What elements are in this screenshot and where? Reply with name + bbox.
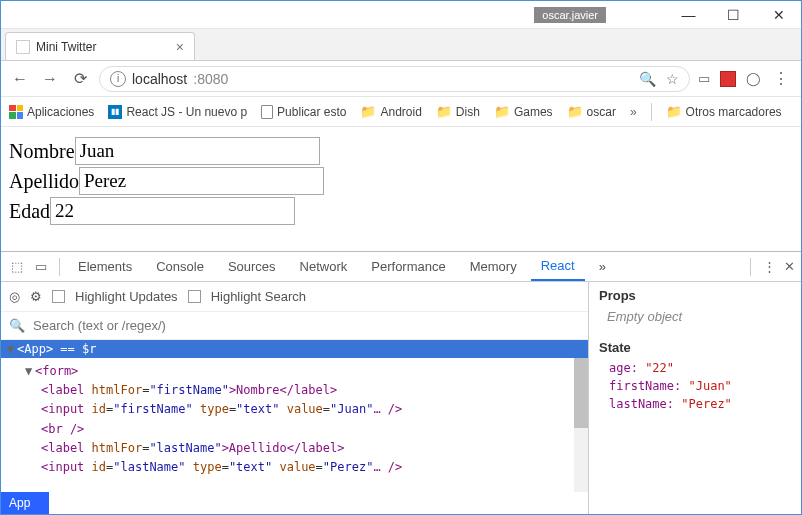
lastname-label: Apellido: [9, 170, 79, 193]
age-label: Edad: [9, 200, 50, 223]
site-info-icon[interactable]: i: [110, 71, 126, 87]
devtools-menu-icon[interactable]: ⋮: [763, 259, 776, 274]
bookmark-folder[interactable]: 📁Otros marcadores: [666, 104, 782, 119]
browser-tab[interactable]: Mini Twitter ×: [5, 32, 195, 60]
profile-icon[interactable]: ◯: [746, 71, 761, 86]
separator: [651, 103, 652, 121]
omnibox[interactable]: i localhost:8080 🔍 ☆: [99, 66, 690, 92]
bookmark-folder[interactable]: 📁Dish: [436, 104, 480, 119]
bookmark-star-icon[interactable]: ☆: [666, 71, 679, 87]
search-icon[interactable]: 🔍: [639, 71, 656, 87]
devtools-close-icon[interactable]: ✕: [784, 259, 795, 274]
favicon-icon: [16, 40, 30, 54]
bookmark-folder[interactable]: 📁Android: [360, 104, 421, 119]
props-empty: Empty object: [607, 309, 791, 324]
inspect-icon[interactable]: ⬚: [7, 257, 27, 277]
device-icon[interactable]: ▭: [31, 257, 51, 277]
selected-component[interactable]: ▼<App> == $r: [1, 340, 588, 358]
firstname-input[interactable]: [75, 137, 320, 165]
state-entry[interactable]: lastName: "Perez": [609, 397, 791, 411]
folder-icon: 📁: [494, 104, 510, 119]
scrollbar-thumb[interactable]: [574, 358, 588, 428]
user-badge: oscar.javier: [534, 7, 606, 23]
react-toolbar: ◎ ⚙ Highlight Updates Highlight Search: [1, 282, 588, 312]
target-icon[interactable]: ◎: [9, 289, 20, 304]
bookmark-folder[interactable]: 📁Games: [494, 104, 553, 119]
back-button[interactable]: ←: [9, 68, 31, 90]
breadcrumb-app[interactable]: App: [1, 492, 49, 514]
tab-memory[interactable]: Memory: [460, 253, 527, 280]
props-heading: Props: [599, 288, 791, 303]
menu-button[interactable]: ⋮: [769, 69, 793, 88]
close-button[interactable]: ✕: [756, 1, 801, 29]
separator: [750, 258, 751, 276]
devtools-left-pane: ◎ ⚙ Highlight Updates Highlight Search 🔍…: [1, 282, 589, 514]
apps-icon: [9, 105, 23, 119]
component-tree[interactable]: ▼<form> <label htmlFor="firstName">Nombr…: [1, 358, 588, 492]
extension-icon[interactable]: [720, 71, 736, 87]
separator: [59, 258, 60, 276]
state-heading: State: [599, 340, 791, 355]
age-input[interactable]: [50, 197, 295, 225]
window-titlebar: oscar.javier — ☐ ✕: [1, 1, 801, 29]
tab-react[interactable]: React: [531, 252, 585, 281]
bookmark-bar: Aplicaciones ▮▮React JS - Un nuevo p Pub…: [1, 97, 801, 127]
bookmark-item[interactable]: Publicar esto: [261, 105, 346, 119]
bookmark-folder[interactable]: 📁oscar: [567, 104, 616, 119]
tab-strip: Mini Twitter ×: [1, 29, 801, 61]
folder-icon: 📁: [436, 104, 452, 119]
tab-performance[interactable]: Performance: [361, 253, 455, 280]
search-icon: 🔍: [9, 318, 25, 333]
extension-icon[interactable]: ▭: [698, 71, 710, 86]
settings-icon[interactable]: ⚙: [30, 289, 42, 304]
tab-elements[interactable]: Elements: [68, 253, 142, 280]
page-content: Nombre Apellido Edad: [1, 127, 801, 252]
react-search-input[interactable]: [33, 318, 580, 333]
highlight-updates-checkbox[interactable]: [52, 290, 65, 303]
url-host: localhost: [132, 71, 187, 87]
state-list: age: "22" firstName: "Juan" lastName: "P…: [599, 361, 791, 411]
folder-icon: 📁: [567, 104, 583, 119]
firstname-label: Nombre: [9, 140, 75, 163]
reload-button[interactable]: ⟳: [69, 68, 91, 90]
state-entry[interactable]: age: "22": [609, 361, 791, 375]
state-entry[interactable]: firstName: "Juan": [609, 379, 791, 393]
folder-icon: 📁: [666, 104, 682, 119]
highlight-search-label: Highlight Search: [211, 289, 306, 304]
folder-icon: 📁: [360, 104, 376, 119]
bookmark-item[interactable]: ▮▮React JS - Un nuevo p: [108, 105, 247, 119]
trello-icon: ▮▮: [108, 105, 122, 119]
extensions-area: ▭ ◯: [698, 71, 761, 87]
highlight-search-checkbox[interactable]: [188, 290, 201, 303]
bookmark-apps[interactable]: Aplicaciones: [9, 105, 94, 119]
highlight-updates-label: Highlight Updates: [75, 289, 178, 304]
tab-close-icon[interactable]: ×: [176, 39, 184, 55]
devtools-panel: ⬚ ▭ Elements Console Sources Network Per…: [1, 251, 801, 514]
new-tab-button[interactable]: [199, 40, 221, 60]
devtools-tabstrip: ⬚ ▭ Elements Console Sources Network Per…: [1, 252, 801, 282]
bookmark-overflow[interactable]: »: [630, 105, 637, 119]
react-search-row: 🔍: [1, 312, 588, 340]
lastname-input[interactable]: [79, 167, 324, 195]
devtools-right-pane: Props Empty object State age: "22" first…: [589, 282, 801, 514]
tab-overflow[interactable]: »: [589, 253, 616, 280]
minimize-button[interactable]: —: [666, 1, 711, 29]
url-port: :8080: [193, 71, 228, 87]
forward-button[interactable]: →: [39, 68, 61, 90]
tab-console[interactable]: Console: [146, 253, 214, 280]
tab-sources[interactable]: Sources: [218, 253, 286, 280]
page-icon: [261, 105, 273, 119]
maximize-button[interactable]: ☐: [711, 1, 756, 29]
address-bar: ← → ⟳ i localhost:8080 🔍 ☆ ▭ ◯ ⋮: [1, 61, 801, 97]
tab-network[interactable]: Network: [290, 253, 358, 280]
tab-title: Mini Twitter: [36, 40, 96, 54]
